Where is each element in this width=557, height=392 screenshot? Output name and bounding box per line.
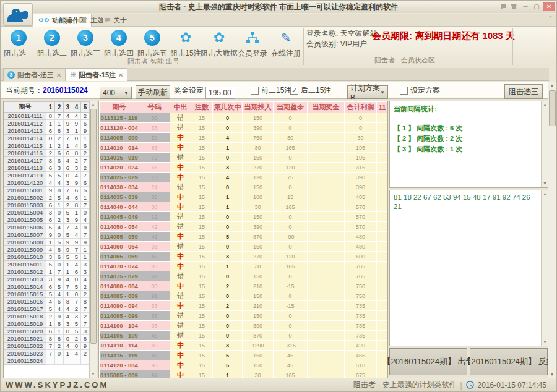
ribbon-button-9[interactable]: ✎在线注册 (269, 28, 303, 66)
history-row[interactable]: 2016011501465752 (4, 283, 90, 291)
ribbon-button-1[interactable]: 1阻击选一 (2, 28, 35, 66)
history-row[interactable]: 2016011412044396 (4, 179, 90, 187)
range-dropdown[interactable]: 400 ▼ (100, 87, 132, 99)
history-row[interactable]: 2016011500562394 (4, 216, 90, 224)
history-row[interactable]: 2016011411955047 (4, 172, 90, 179)
minimize-button[interactable]: ─ (520, 2, 530, 11)
menu-tab-about[interactable]: 关于 (100, 14, 132, 27)
scrollbar-thumb[interactable] (549, 90, 556, 126)
history-row[interactable]: 2016011500948971 (4, 246, 90, 254)
set-scheme-checkbox[interactable]: 设定方案 (400, 82, 440, 99)
scroll-up-icon[interactable]: ▲ (543, 190, 547, 198)
back-15-checkbox[interactable]: ✓ 后二15注 (290, 82, 331, 99)
plan-row[interactable]: 0113115 - 11900错15015000 (100, 113, 388, 123)
scroll-down-icon[interactable]: ▼ (91, 370, 95, 378)
history-row[interactable]: 2016011411786427 (4, 157, 90, 164)
close-button[interactable]: ✕ (543, 2, 555, 11)
history-row[interactable]: 2016011411863632 (4, 164, 90, 172)
tab-close-icon[interactable]: ✕ (118, 72, 123, 79)
history-row[interactable]: 2016011501646878 (4, 298, 90, 305)
history-row[interactable]: 2016011502370142 (4, 350, 90, 357)
plan-row[interactable]: 0114050 - 05442错1503900570 (100, 222, 388, 232)
plan-row[interactable]: 0114090 - 09463中152210-15735 (100, 301, 388, 311)
front-15-checkbox[interactable]: 前二15注 (251, 82, 291, 99)
plan-row[interactable]: 0114120 - 00496中15515045510 (100, 360, 388, 370)
plan-row[interactable]: 0114035 - 03936中15118015405 (100, 192, 388, 202)
scroll-down-icon[interactable]: ▼ (543, 180, 547, 187)
history-row[interactable]: 2016011500654749 (4, 224, 90, 231)
plan-row[interactable]: 0115005 - 00994中15130165675 (100, 370, 388, 379)
history-row[interactable]: 2016011501217163 (4, 268, 90, 276)
history-row[interactable]: 2016011501918357 (4, 320, 90, 328)
ribbon-button-2[interactable]: 2阻击选二 (35, 28, 69, 66)
plan-row[interactable]: 0114075 - 07982错1501500765 (100, 271, 388, 281)
ribbon-button-8[interactable]: 会员登录 (236, 28, 269, 66)
history-row[interactable]: 2016011501554102 (4, 291, 90, 298)
scroll-down-icon[interactable]: ▼ (543, 338, 547, 346)
plan-row[interactable]: 0114015 - 01972错1501500195 (100, 153, 388, 163)
history-row[interactable]: 2016011500361287 (4, 202, 90, 209)
history-row[interactable]: 2016011411402701 (4, 135, 90, 142)
ribbon-button-3[interactable]: 3阻击选三 (69, 28, 102, 66)
tab-zuji-15zhu[interactable]: ✳ 阻击者-15注 ✕ (66, 68, 127, 81)
title-bar[interactable]: 阻击者 - 史上最强的重庆时时彩软件 市面上唯一可以让你稳定盈利的软件 ─ ▢ … (1, 1, 556, 13)
history-row[interactable]: 2016011411368319 (4, 127, 90, 135)
theme-icon-button[interactable] (509, 2, 519, 11)
plan-scheme-dropdown[interactable]: 计划方案B ▼ (347, 85, 388, 99)
plan-row[interactable]: 0113120 - 00433错15039000 (100, 123, 388, 133)
plan-row[interactable]: 0114100 - 10403错1503900735 (100, 321, 388, 331)
history-row[interactable]: 2016011501036551 (4, 254, 90, 261)
plan-row[interactable]: 0114070 - 07485中15130165765 (100, 262, 388, 271)
app-menu-button[interactable] (3, 3, 33, 26)
history-row[interactable]: 2016011500198765 (4, 187, 90, 194)
history-row[interactable]: 2016011411512146 (4, 142, 90, 150)
plan-row[interactable]: 0114025 - 02918中15412075390 (100, 173, 388, 182)
history-row[interactable]: 2016011501829432 (4, 313, 90, 320)
history-row[interactable]: 2016011500790547 (4, 231, 90, 239)
history-row[interactable]: 2016011502188028 (4, 335, 90, 343)
history-row[interactable]: 2016011500430510 (4, 209, 90, 216)
history-row[interactable]: 2016011500225461 (4, 194, 90, 202)
history-row[interactable]: 2016011411187442 (4, 113, 90, 120)
plan-row[interactable]: 0114020 - 02466中153270120315 (100, 163, 388, 173)
plan-row[interactable]: 0114010 - 01483中15130165195 (100, 143, 388, 153)
history-row[interactable]: 2016011502061053 (4, 328, 90, 335)
feedback-icon[interactable] (498, 2, 508, 11)
plan-row[interactable]: 0114065 - 06945中153270120600 (100, 252, 388, 262)
window-scrollbar[interactable]: ▲ ▼ (548, 82, 556, 379)
history-row[interactable]: 2016011501339404 (4, 276, 90, 283)
plan-row[interactable]: 0114085 - 08991错1501500750 (100, 291, 388, 301)
plan-row[interactable]: 0114030 - 03424错1501500390 (100, 182, 388, 192)
zuji-xuansan-button[interactable]: 阻击选三 (504, 84, 543, 99)
tab-zuji-xuansan[interactable]: 3 阻击者-选三 ✕ (3, 68, 66, 81)
plan-row[interactable]: 0114005 - 00959中1547503030 (100, 133, 388, 143)
history-scrollbar[interactable]: ▲ ▼ (89, 101, 97, 378)
maximize-button[interactable]: ▢ (532, 2, 542, 11)
plan-row[interactable]: 0114045 - 04912错1501500570 (100, 212, 388, 222)
plan-row[interactable]: 0114095 - 09988错1501500735 (100, 311, 388, 321)
ribbon-button-7[interactable]: ✿阻击大数据 (202, 28, 236, 66)
reverse-collect-button[interactable]: 【20160115024期】 反集 (470, 348, 548, 375)
history-row[interactable]: 2016011502272409 (4, 343, 90, 350)
plan-row[interactable]: 0114080 - 08400中152210-15750 (100, 281, 388, 291)
plan-row[interactable]: 0114060 - 06438错1501500480 (100, 242, 388, 252)
history-row[interactable]: 2016011411626682 (4, 150, 90, 157)
scroll-up-icon[interactable]: ▲ (543, 101, 547, 109)
draw-number-button[interactable]: 【20160115024期】 出号 (389, 348, 467, 375)
plan-row[interactable]: 0114055 - 05941中155870-90480 (100, 232, 388, 242)
output-numbers-panel[interactable]: 81 18 22 67 62 53 94 15 48 17 91 92 74 2… (389, 190, 549, 346)
history-row[interactable]: 2016011501150143 (4, 261, 90, 268)
plan-row[interactable]: 0114105 - 10945错1508700735 (100, 331, 388, 341)
scrollbar-thumb[interactable] (90, 109, 97, 344)
scroll-up-icon[interactable]: ▲ (550, 82, 555, 90)
history-row[interactable]: 2016011501754427 (4, 305, 90, 313)
ribbon-collapse-icon[interactable]: ⌃ (548, 15, 553, 22)
history-row[interactable]: 2016011411211996 (4, 120, 90, 127)
plan-row[interactable]: 0114110 - 11489中1531290-315420 (100, 341, 388, 351)
history-row[interactable]: 20160115024 (4, 357, 90, 365)
tab-close-icon[interactable]: ✕ (56, 72, 61, 79)
plan-row[interactable]: 0114115 - 11946中15515045465 (100, 351, 388, 360)
manual-refresh-button[interactable]: 手动刷新 (136, 85, 170, 99)
history-row[interactable]: 2016011500815999 (4, 239, 90, 246)
plan-row[interactable]: 0114040 - 04438中15130165570 (100, 202, 388, 212)
